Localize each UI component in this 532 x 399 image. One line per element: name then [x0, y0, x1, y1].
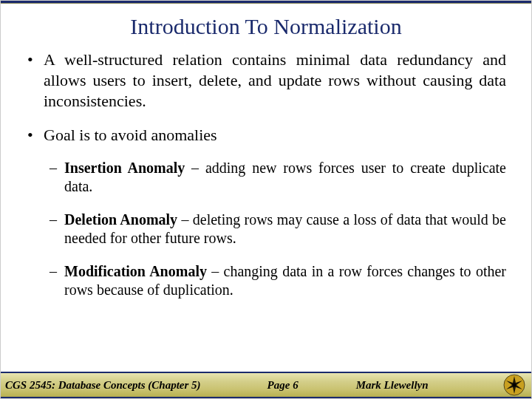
footer-course: CGS 2545: Database Concepts (Chapter 5) [5, 379, 201, 392]
slide-footer: CGS 2545: Database Concepts (Chapter 5) … [1, 372, 531, 397]
bullet-marker: • [26, 50, 44, 112]
dash-marker: – [50, 211, 64, 248]
sub-bullet-text: Deletion Anomaly – deleting rows may cau… [64, 211, 506, 248]
ucf-logo-icon [503, 374, 525, 396]
anomaly-name: Insertion Anomaly [64, 160, 185, 176]
anomaly-name: Modification Anomaly [64, 263, 207, 279]
slide-title: Introduction To Normalization [1, 4, 531, 50]
sub-bullet-item: – Modification Anomaly – changing data i… [50, 262, 506, 299]
footer-author: Mark Llewellyn [356, 379, 429, 392]
dash-marker: – [50, 159, 64, 196]
anomaly-name: Deletion Anomaly [64, 211, 177, 228]
bullet-text: Goal is to avoid anomalies [44, 125, 506, 146]
bullet-text: A well-structured relation contains mini… [44, 50, 506, 112]
sub-bullet-text: Insertion Anomaly – adding new rows forc… [64, 159, 506, 196]
footer-page: Page 6 [267, 379, 299, 392]
bullet-item: • Goal is to avoid anomalies [26, 125, 506, 146]
sub-bullet-text: Modification Anomaly – changing data in … [64, 262, 506, 299]
sub-bullet-item: – Deletion Anomaly – deleting rows may c… [50, 211, 506, 248]
bullet-marker: • [26, 125, 44, 146]
bottom-accent-bar [1, 397, 531, 398]
dash-marker: – [50, 262, 64, 299]
slide-body: • A well-structured relation contains mi… [1, 50, 531, 299]
bullet-item: • A well-structured relation contains mi… [26, 50, 506, 112]
sub-bullet-item: – Insertion Anomaly – adding new rows fo… [50, 159, 506, 196]
